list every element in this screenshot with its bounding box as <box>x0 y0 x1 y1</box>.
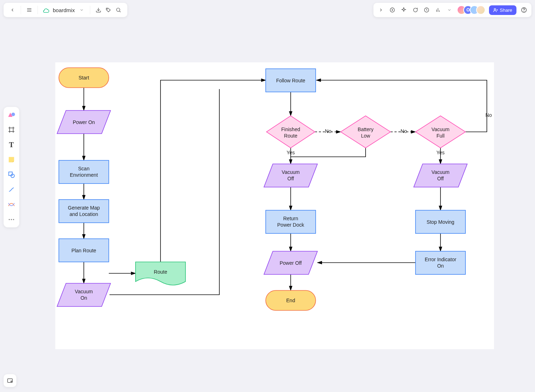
svg-point-27 <box>13 219 14 220</box>
curve-tool-icon[interactable] <box>7 200 16 209</box>
history-icon[interactable] <box>423 6 430 14</box>
svg-point-5 <box>116 8 119 11</box>
svg-point-4 <box>107 9 107 9</box>
shape-tool-icon[interactable] <box>7 170 16 179</box>
cloud-sync-icon[interactable] <box>42 6 50 14</box>
chevron-right-icon[interactable] <box>377 6 385 14</box>
tools-sidebar: T <box>4 107 19 227</box>
svg-point-24 <box>11 174 14 177</box>
svg-point-18 <box>11 113 15 116</box>
tag-button[interactable] <box>105 6 112 14</box>
node-battery-low[interactable] <box>341 116 391 148</box>
diagram-canvas[interactable]: Start Power On Scan Envrionment Generate… <box>55 62 494 349</box>
view-settings-button[interactable] <box>4 374 16 387</box>
node-start[interactable] <box>59 68 109 88</box>
svg-marker-8 <box>392 9 393 11</box>
download-button[interactable] <box>95 6 102 14</box>
svg-line-6 <box>119 11 120 12</box>
node-error-indicator[interactable] <box>416 251 465 274</box>
collaborator-avatars[interactable]: O <box>457 5 485 15</box>
help-button[interactable] <box>520 6 528 14</box>
node-vacuum-on[interactable] <box>57 283 111 306</box>
node-follow-route[interactable] <box>266 69 316 92</box>
connector-tool-icon[interactable] <box>7 185 16 194</box>
node-vacuum-off-2[interactable] <box>414 164 467 187</box>
svg-rect-23 <box>9 172 12 176</box>
node-power-on[interactable] <box>57 110 111 134</box>
node-plan-route[interactable] <box>59 239 109 262</box>
node-finished-route[interactable] <box>266 116 315 148</box>
more-chevron-icon[interactable] <box>445 6 453 14</box>
node-vacuum-off-1[interactable] <box>264 164 317 187</box>
node-route[interactable] <box>136 262 185 285</box>
sticky-tool-icon[interactable] <box>7 155 16 164</box>
svg-point-29 <box>11 381 12 382</box>
comment-icon[interactable] <box>411 6 419 14</box>
chart-icon[interactable] <box>434 6 442 14</box>
svg-point-25 <box>9 219 10 220</box>
app-brand: boardmix <box>53 7 75 13</box>
node-end[interactable] <box>266 290 316 310</box>
top-right-toolbar: O Share <box>373 3 531 17</box>
menu-button[interactable] <box>25 6 33 14</box>
svg-point-13 <box>494 8 496 10</box>
share-label: Share <box>500 7 512 13</box>
play-icon[interactable] <box>388 6 396 14</box>
back-button[interactable] <box>9 6 16 14</box>
top-left-toolbar: boardmix <box>4 3 127 17</box>
node-return-dock[interactable] <box>266 210 316 233</box>
svg-point-26 <box>11 219 12 220</box>
sparkle-icon[interactable] <box>400 6 408 14</box>
share-button[interactable]: Share <box>489 5 516 15</box>
node-stop-moving[interactable] <box>416 210 465 233</box>
node-vacuum-full[interactable] <box>416 116 465 148</box>
svg-point-17 <box>524 11 524 11</box>
node-gen-map[interactable] <box>59 200 109 223</box>
more-tools-icon[interactable] <box>7 215 16 224</box>
node-scan-env[interactable] <box>59 160 109 184</box>
shapes-tool-icon[interactable] <box>7 110 16 119</box>
node-power-off[interactable] <box>264 251 317 274</box>
avatar[interactable] <box>476 5 485 15</box>
frame-tool-icon[interactable] <box>7 125 16 134</box>
brand-chevron-icon[interactable] <box>78 6 86 14</box>
text-tool-icon[interactable]: T <box>7 140 16 149</box>
search-button[interactable] <box>114 6 122 14</box>
